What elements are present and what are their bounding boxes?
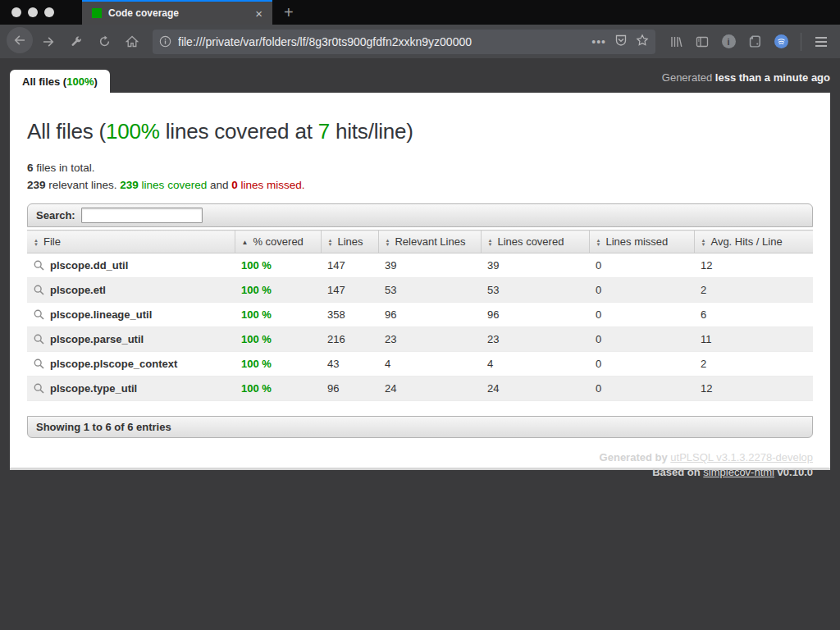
covered-cell: 100 % bbox=[235, 327, 321, 352]
magnifier-icon bbox=[34, 309, 44, 320]
page-content: All files (100%) Generated less than a m… bbox=[0, 58, 840, 630]
window-controls[interactable] bbox=[0, 0, 82, 25]
credits-generated-line: Generated by utPLSQL v3.1.3.2278-develop bbox=[27, 450, 813, 465]
file-cell[interactable]: plscope.lineage_util bbox=[27, 303, 235, 327]
all-files-tab[interactable]: All files (100%) bbox=[10, 70, 110, 93]
table-row: plscope.plscope_context 100 % 43 4 4 0 2 bbox=[27, 352, 813, 377]
avg-hits-cell: 11 bbox=[694, 327, 813, 352]
tab-favicon-icon bbox=[92, 8, 102, 18]
all-files-tab-prefix: All files ( bbox=[22, 75, 66, 88]
covered-cell: 100 % bbox=[235, 253, 321, 278]
browser-navbar: file:///private/var/folders/lf/8g3r0ts90… bbox=[0, 25, 840, 58]
lines-covered-cell: 24 bbox=[481, 377, 589, 401]
magnifier-icon bbox=[34, 285, 44, 295]
lines-missed-cell: 0 bbox=[589, 278, 694, 303]
table-row: plscope.type_util 100 % 96 24 24 0 12 bbox=[27, 377, 813, 401]
file-cell[interactable]: plscope.parse_util bbox=[27, 327, 235, 352]
column-header-relevant-lines[interactable]: ▲▼Relevant Lines bbox=[378, 231, 481, 253]
column-header-avg-hits-line[interactable]: ▲▼Avg. Hits / Line bbox=[694, 231, 813, 253]
url-bar[interactable]: file:///private/var/folders/lf/8g3r0ts90… bbox=[153, 30, 655, 54]
toolbar-right: i bbox=[664, 30, 833, 54]
extension-blue-button[interactable] bbox=[769, 30, 793, 54]
browser-tab-code-coverage[interactable]: Code coverage × bbox=[82, 0, 272, 25]
stats-lines-line: 239 relevant lines. 239 lines covered an… bbox=[27, 176, 813, 194]
lines-cell: 147 bbox=[321, 278, 378, 303]
site-info-icon[interactable] bbox=[159, 35, 171, 48]
home-button[interactable] bbox=[120, 30, 144, 54]
covered-cell: 100 % bbox=[235, 278, 321, 303]
lines-covered-cell: 4 bbox=[481, 352, 589, 377]
sort-both-icon: ▲▼ bbox=[386, 239, 390, 247]
coverage-table: ▲▼File▲% covered▲▼Lines▲▼Relevant Lines▲… bbox=[27, 230, 813, 401]
magnifier-icon bbox=[34, 383, 44, 394]
page-header: All files (100%) Generated less than a m… bbox=[0, 58, 840, 93]
lines-missed-cell: 0 bbox=[589, 303, 694, 327]
tab-title: Code coverage bbox=[108, 7, 245, 19]
page-actions-ellipsis-icon[interactable]: ••• bbox=[591, 35, 606, 48]
file-cell[interactable]: plscope.dd_util bbox=[27, 253, 235, 278]
title-percent: 100% bbox=[106, 119, 160, 144]
url-fade bbox=[549, 35, 587, 48]
column-header-lines-missed[interactable]: ▲▼Lines missed bbox=[589, 231, 694, 253]
sidebar-toggle-button[interactable] bbox=[690, 30, 714, 54]
back-button[interactable] bbox=[7, 27, 33, 53]
tab-close-icon[interactable]: × bbox=[252, 6, 266, 21]
extension-evernote-icon bbox=[748, 34, 762, 48]
extension-blue-icon bbox=[774, 34, 788, 48]
column-header-lines[interactable]: ▲▼Lines bbox=[321, 231, 378, 253]
credits-based-line: Based on simplecov-html v0.10.0 bbox=[27, 465, 813, 480]
lines-cell: 358 bbox=[321, 303, 378, 327]
utplsql-link[interactable]: utPLSQL v3.1.3.2278-develop bbox=[670, 451, 813, 463]
column-header-file[interactable]: ▲▼File bbox=[27, 231, 235, 253]
table-row: plscope.lineage_util 100 % 358 96 96 0 6 bbox=[27, 303, 813, 327]
bookmark-star-icon[interactable] bbox=[636, 34, 649, 50]
all-files-tab-percent: 100% bbox=[66, 75, 94, 88]
lines-cell: 147 bbox=[321, 253, 378, 278]
lines-missed-cell: 0 bbox=[589, 377, 694, 401]
avg-hits-cell: 2 bbox=[694, 278, 813, 303]
wrench-icon bbox=[71, 35, 83, 48]
coverage-panel: All files (100% lines covered at 7 hits/… bbox=[10, 93, 830, 470]
reload-icon bbox=[98, 35, 111, 48]
sort-both-icon: ▲▼ bbox=[328, 239, 333, 247]
file-cell[interactable]: plscope.etl bbox=[27, 278, 235, 303]
reload-button[interactable] bbox=[92, 30, 116, 54]
simplecov-html-link[interactable]: simplecov-html bbox=[703, 466, 774, 478]
wrench-button[interactable] bbox=[64, 30, 89, 54]
file-cell[interactable]: plscope.plscope_context bbox=[27, 352, 235, 377]
toolbar-separator bbox=[801, 33, 801, 51]
avg-hits-cell: 12 bbox=[694, 377, 813, 401]
column-header-lines-covered[interactable]: ▲▼Lines covered bbox=[481, 231, 589, 253]
magnifier-icon bbox=[34, 334, 44, 345]
menu-button[interactable] bbox=[809, 30, 833, 54]
table-row: plscope.parse_util 100 % 216 23 23 0 11 bbox=[27, 327, 813, 352]
lines-cell: 216 bbox=[321, 327, 378, 352]
library-icon bbox=[669, 35, 682, 48]
table-row: plscope.dd_util 100 % 147 39 39 0 12 bbox=[27, 253, 813, 278]
file-cell[interactable]: plscope.type_util bbox=[27, 377, 235, 401]
window-close-button[interactable] bbox=[11, 7, 21, 17]
table-header-row: ▲▼File▲% covered▲▼Lines▲▼Relevant Lines▲… bbox=[27, 231, 813, 253]
search-input[interactable] bbox=[81, 208, 203, 223]
lines-cell: 43 bbox=[321, 352, 378, 377]
window-maximize-button[interactable] bbox=[44, 7, 54, 17]
page-title: All files (100% lines covered at 7 hits/… bbox=[27, 119, 813, 144]
all-files-tab-suffix: ) bbox=[94, 75, 97, 88]
forward-icon bbox=[42, 35, 55, 48]
pocket-save-icon[interactable] bbox=[614, 34, 628, 50]
avg-hits-cell: 2 bbox=[694, 352, 813, 377]
forward-button[interactable] bbox=[36, 30, 61, 54]
lines-covered-cell: 23 bbox=[481, 327, 589, 352]
column-header--covered[interactable]: ▲% covered bbox=[235, 231, 321, 253]
window-minimize-button[interactable] bbox=[28, 7, 38, 17]
lines-cell: 96 bbox=[321, 377, 378, 401]
extension-1password-button[interactable]: i bbox=[716, 30, 741, 54]
extension-evernote-button[interactable] bbox=[742, 30, 767, 54]
new-tab-button[interactable]: + bbox=[272, 0, 305, 25]
covered-cell: 100 % bbox=[235, 377, 321, 401]
library-button[interactable] bbox=[664, 30, 688, 54]
url-text[interactable]: file:///private/var/folders/lf/8g3r0ts90… bbox=[178, 35, 587, 48]
relevant-lines-cell: 23 bbox=[378, 327, 481, 352]
credits-footer: Generated by utPLSQL v3.1.3.2278-develop… bbox=[27, 450, 813, 480]
sort-both-icon: ▲▼ bbox=[34, 239, 39, 247]
